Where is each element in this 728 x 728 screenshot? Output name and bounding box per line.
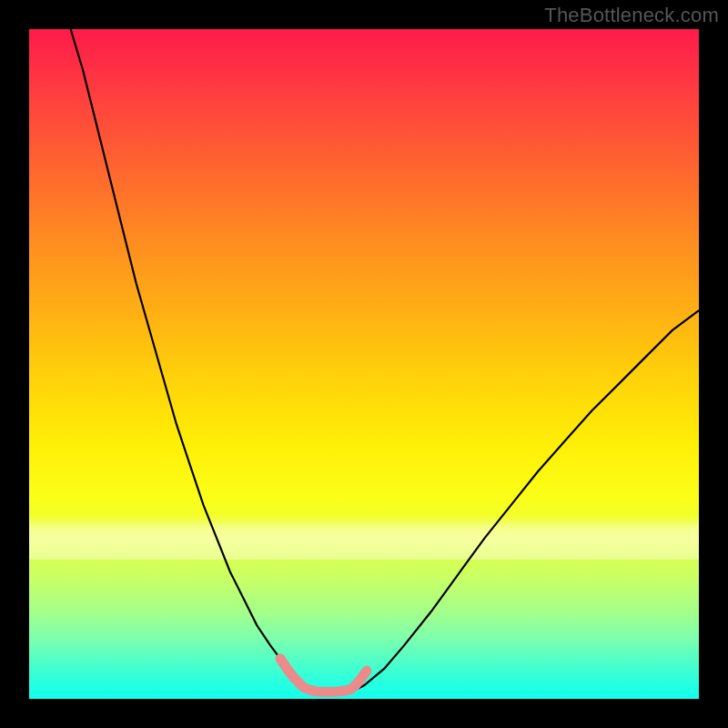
right-curve-path [350,310,699,692]
plot-area [29,29,699,699]
left-curve-path [71,29,318,693]
chart-frame: TheBottleneck.com [0,0,728,728]
curves-svg [29,29,699,699]
valley-marker-path [280,659,367,693]
watermark-text: TheBottleneck.com [544,4,719,27]
